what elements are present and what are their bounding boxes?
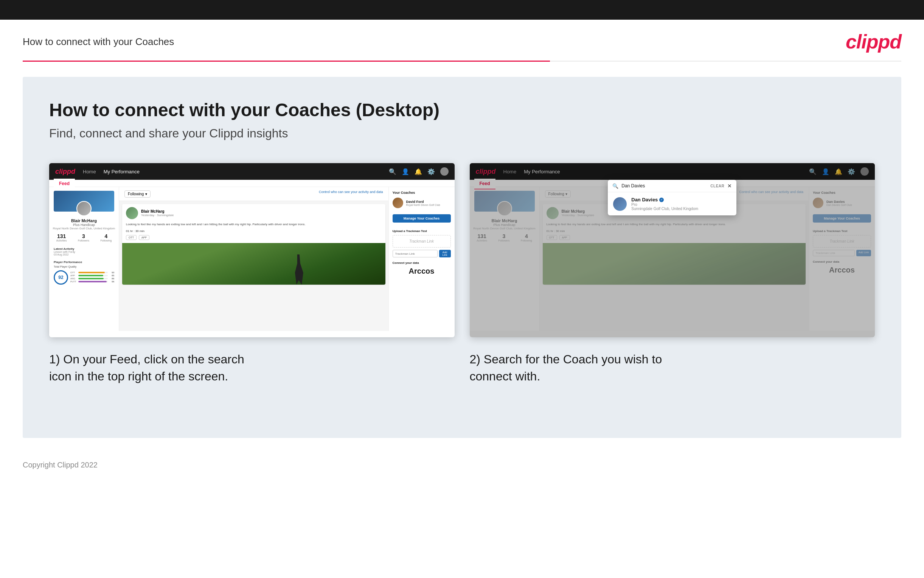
stat-following-num: 4 — [100, 233, 112, 239]
nav-link-performance[interactable]: My Performance — [104, 169, 139, 174]
coach-item: David Ford Royal North Devon Golf Club — [393, 198, 451, 208]
trackman-placeholder: Trackman Link — [393, 235, 451, 248]
caption-2-line2: connect with. — [470, 369, 540, 383]
search-result[interactable]: Dan Davies ✓ Pro Sunningdale Golf Club, … — [608, 192, 736, 215]
bar-ott: OTT 90 — [70, 271, 114, 274]
search-overlay: 🔍 CLEAR ✕ Dan Davies ✓ Pro — [608, 180, 736, 215]
tag-app: APP — [139, 235, 149, 240]
page-subtitle: Find, connect and share your Clippd insi… — [49, 127, 875, 140]
feed-tab-bar: Feed — [49, 180, 455, 187]
app-nav-icons: 🔍 👤 🔔 ⚙️ — [389, 167, 448, 175]
post-header: Blair McHarg Yesterday · Sunningdale — [122, 204, 385, 222]
profile-avatar — [76, 201, 92, 216]
stats-row: 131 Activities 3 Followers 4 Following — [49, 233, 119, 242]
result-name-row: Dan Davies ✓ — [631, 197, 698, 203]
main-content: How to connect with your Coaches (Deskto… — [23, 77, 901, 438]
stat-followers: 3 Followers — [78, 233, 89, 242]
verified-icon: ✓ — [659, 198, 664, 202]
latest-activity: Latest Activity Lesson with Fordy 03 Aug… — [49, 245, 119, 258]
perf-title: Player Performance — [54, 260, 114, 264]
bar-arg: ARG 86 — [70, 278, 114, 280]
feed-middle: Following ▾ Control who can see your act… — [119, 187, 388, 331]
header-divider — [23, 60, 901, 62]
post-card: Blair McHarg Yesterday · Sunningdale Loo… — [122, 204, 385, 285]
stat-following: 4 Following — [100, 233, 112, 242]
result-role: Pro — [631, 203, 698, 207]
app-body-1: Blair McHarg Plus Handicap Royal North D… — [49, 187, 455, 331]
profile-info: Blair McHarg Plus Handicap Royal North D… — [49, 218, 119, 230]
search-nav-icon[interactable]: 🔍 — [389, 168, 396, 175]
bar-ott-val: 90 — [109, 271, 114, 274]
settings-nav-icon[interactable]: ⚙️ — [427, 168, 435, 175]
post-avatar — [126, 207, 138, 219]
post-image — [122, 243, 385, 285]
arccos-logo: Arccos — [393, 267, 451, 276]
following-btn[interactable]: Following ▾ — [125, 190, 150, 198]
connect-section: Connect your data Arccos — [393, 261, 451, 276]
screenshot-frame-1: clippd Home My Performance 🔍 👤 🔔 ⚙️ Feed — [49, 163, 455, 337]
bar-arg-label: ARG — [70, 278, 77, 280]
bar-app-label: APP — [70, 274, 77, 277]
avatar-nav[interactable] — [440, 167, 448, 175]
bar-putt: PUTT 96 — [70, 281, 114, 283]
bar-arg-track — [78, 278, 108, 279]
coaches-sidebar: Your Coaches David Ford Royal North Devo… — [388, 187, 455, 331]
bar-app-track — [78, 275, 108, 276]
post-meta: Yesterday · Sunningdale — [141, 213, 173, 217]
stat-activities-num: 131 — [57, 233, 67, 239]
connect-title: Connect your data — [393, 261, 451, 265]
bar-app: APP 85 — [70, 274, 114, 277]
user-nav-icon[interactable]: 👤 — [402, 168, 409, 175]
manage-coaches-button[interactable]: Manage Your Coaches — [393, 214, 451, 222]
post-name: Blair McHarg — [141, 209, 173, 213]
golfer-silhouette — [291, 254, 306, 285]
copyright: Copyright Clippd 2022 — [23, 461, 97, 469]
stat-activities-label: Activities — [57, 239, 67, 242]
quality-row: 92 OTT 90 APP — [54, 270, 114, 285]
post-tags: OTT APP — [122, 235, 385, 243]
page-title: How to connect with your Coaches (Deskto… — [49, 99, 875, 120]
screenshots-row: clippd Home My Performance 🔍 👤 🔔 ⚙️ Feed — [49, 163, 875, 385]
app-nav-logo-1: clippd — [55, 168, 75, 175]
close-button[interactable]: ✕ — [727, 183, 732, 189]
left-sidebar: Blair McHarg Plus Handicap Royal North D… — [49, 187, 119, 331]
quality-circle: 92 — [54, 270, 68, 285]
header: How to connect with your Coaches clippd — [0, 19, 924, 60]
coach-avatar — [393, 198, 403, 208]
coaches-title: Your Coaches — [393, 191, 451, 195]
caption-1-line2: icon in the top right of the screen. — [49, 369, 228, 383]
post-duration: 01 hr : 30 min — [122, 229, 385, 233]
bar-app-val: 85 — [109, 274, 114, 277]
caption-1-line1: 1) On your Feed, click on the search — [49, 352, 244, 366]
profile-cover — [54, 191, 114, 212]
control-link[interactable]: Control who can see your activity and da… — [319, 190, 383, 194]
screenshot-block-2: clippd Home My Performance 🔍 👤 🔔 ⚙️ Feed — [470, 163, 875, 385]
trackman-input-field[interactable] — [393, 250, 438, 257]
tag-ott: OTT — [126, 235, 136, 240]
post-text: Looking to feel like my hands are exitin… — [122, 222, 385, 229]
bar-app-fill — [78, 275, 103, 276]
coach-info: David Ford Royal North Devon Golf Club — [406, 200, 440, 206]
bell-nav-icon[interactable]: 🔔 — [414, 168, 422, 175]
upload-title: Upload a Trackman Test — [393, 229, 451, 233]
result-info: Dan Davies ✓ Pro Sunningdale Golf Club, … — [631, 197, 698, 211]
caption-1: 1) On your Feed, click on the search ico… — [49, 351, 455, 385]
search-input[interactable] — [621, 183, 707, 188]
app-nav-1: clippd Home My Performance 🔍 👤 🔔 ⚙️ — [49, 163, 455, 180]
quality-bars: OTT 90 APP 85 — [70, 271, 114, 284]
search-bar: 🔍 CLEAR ✕ — [608, 180, 736, 192]
stat-activities: 131 Activities — [57, 233, 67, 242]
clear-button[interactable]: CLEAR — [710, 184, 724, 188]
screenshot-frame-2: clippd Home My Performance 🔍 👤 🔔 ⚙️ Feed — [470, 163, 875, 337]
bar-putt-val: 96 — [109, 281, 114, 283]
stat-followers-label: Followers — [78, 239, 89, 242]
logo: clippd — [846, 30, 901, 53]
chevron-down-icon: ▾ — [145, 192, 147, 196]
add-link-button[interactable]: Add Link — [439, 250, 451, 257]
nav-link-home[interactable]: Home — [83, 169, 96, 174]
header-title: How to connect with your Coaches — [23, 36, 174, 48]
latest-activity-name: Lesson with Fordy — [54, 250, 114, 253]
profile-name: Blair McHarg — [52, 218, 116, 223]
feed-header: Following ▾ Control who can see your act… — [119, 187, 388, 201]
result-club: Sunningdale Golf Club, United Kingdom — [631, 207, 698, 211]
